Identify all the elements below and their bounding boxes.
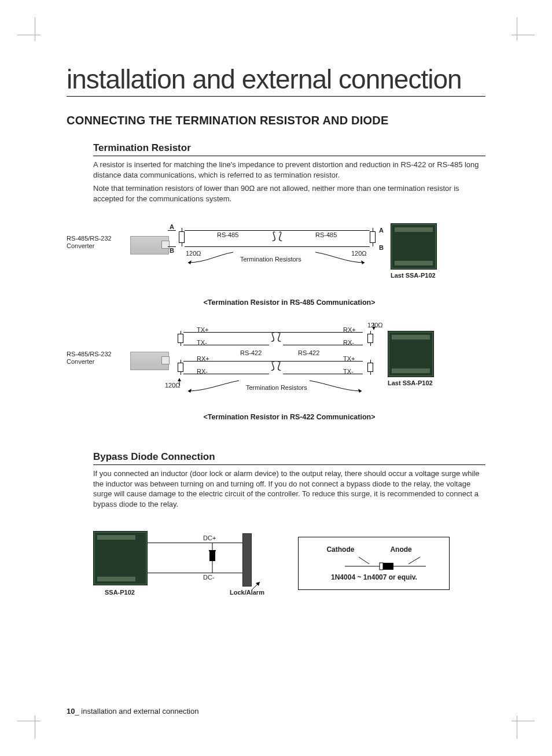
bus-label: RS-422 [298,349,319,356]
paragraph: A resistor is inserted for matching the … [93,160,485,180]
resistor-icon [178,331,183,346]
pin-label: RX+ [197,355,209,362]
dc-plus-label: DC+ [203,534,216,541]
paragraph: If you connected an inductor (door lock … [93,469,485,509]
pin-label: RX- [343,339,354,346]
diode-spec-box: Cathode Anode 1N4004 ~ 1n4007 or equiv. [298,537,450,590]
converter-icon [130,236,169,255]
pcb-icon [388,331,434,377]
rs422-diagram: RS-485/RS-232 Converter 120Ω TX+ TX- RX+… [67,320,485,407]
svg-rect-8 [380,563,383,570]
anode-label: Anode [390,545,411,554]
diode-symbol-icon [322,555,426,571]
dc-minus-label: DC- [203,574,215,581]
device-label: Last SSA-P102 [388,379,433,386]
cathode-label: Cathode [326,545,354,554]
diode-icon [208,543,217,573]
subsection-bypass: Bypass Diode Connection [93,451,485,465]
pin-b-label: B [168,246,176,254]
lock-alarm-icon [242,533,252,587]
device-label: SSA-P102 [105,589,135,596]
converter-label: RS-485/RS-232 Converter [67,351,124,366]
pin-label: TX- [197,339,207,346]
page-number: 10 [67,707,75,716]
bus-label: RS-485 [315,231,337,238]
footer-sep: _ [75,707,79,716]
svg-rect-1 [209,551,215,561]
pin-label: RX+ [343,326,356,333]
svg-line-4 [359,557,369,564]
rs485-diagram: RS-485/RS-232 Converter A B 120Ω RS-485 … [67,217,485,293]
termination-resistor-right [370,228,376,246]
page-footer: 10_ installation and external connection [67,707,198,716]
chapter-title: installation and external connection [67,64,485,97]
pin-a-label: A [379,227,384,234]
ohm-label: 120Ω [351,250,367,257]
section-heading: CONNECTING THE TERMINATION RESISTOR AND … [67,114,485,127]
pin-label: TX+ [197,326,208,333]
mid-caption: Termination Resistors [240,256,301,263]
subsection-termination: Termination Resistor [93,142,485,156]
resistor-icon [367,331,373,346]
device-label: Last SSA-P102 [391,272,436,279]
paragraph: Note that termination resistors of lower… [93,183,485,204]
pcb-icon [93,531,148,585]
bypass-wiring-diagram: SSA-P102 DC+ DC- Lock/Alarm [93,525,278,606]
mid-caption: Termination Resistors [246,384,307,391]
resistor-icon [367,360,373,375]
pin-a-label: A [168,223,176,231]
part-number-label: 1N4004 ~ 1n4007 or equiv. [299,573,449,581]
pin-label: TX+ [343,355,355,362]
converter-label: RS-485/RS-232 Converter [67,235,124,250]
manual-page: installation and external connection CON… [0,0,552,756]
bus-label: RS-485 [217,231,238,238]
svg-line-5 [409,557,420,564]
diagram-caption: <Termination Resistor in RS-485 Communic… [93,298,485,307]
pcb-icon [391,223,437,270]
footer-text: installation and external connection [79,707,199,716]
pin-b-label: B [379,244,384,251]
resistor-icon [178,360,183,375]
converter-icon [130,352,169,370]
bus-label: RS-422 [240,349,262,356]
pin-label: RX- [197,368,208,375]
termination-resistor-left [179,228,185,246]
diagram-caption: <Termination Resistor in RS-422 Communic… [93,413,485,421]
pin-label: TX- [343,368,354,375]
